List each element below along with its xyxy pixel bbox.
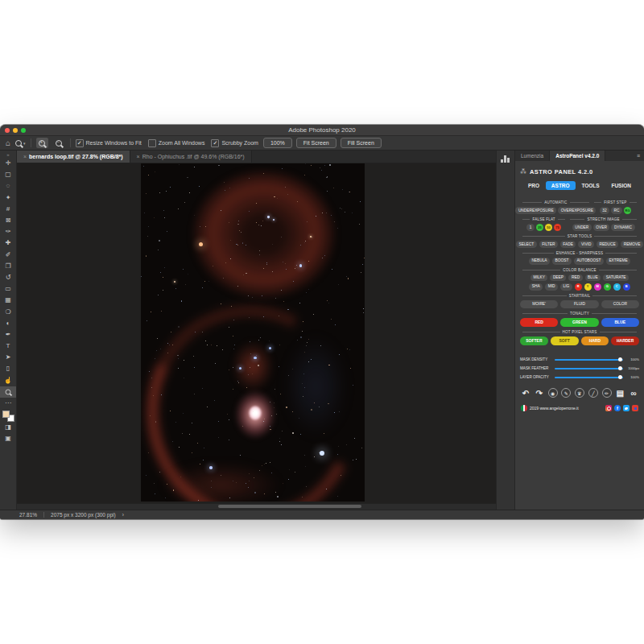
saturate-button[interactable]: SATURATE <box>603 275 629 282</box>
lig-button[interactable]: LIG <box>560 283 572 291</box>
slider-knob[interactable] <box>618 375 622 379</box>
levels-icon[interactable]: ♛ <box>575 388 584 398</box>
mask-feather-slider[interactable] <box>555 365 623 371</box>
frame-tool[interactable]: ⊠ <box>0 215 16 226</box>
zoom-tool[interactable] <box>0 386 16 398</box>
slider-knob[interactable] <box>618 357 622 361</box>
nav-tab-tools[interactable]: TOOLS <box>576 181 605 190</box>
y-button[interactable]: Y <box>584 283 592 291</box>
deep-button[interactable]: DEEP <box>550 275 566 282</box>
under-button[interactable]: UNDER <box>572 224 592 231</box>
history-brush-tool[interactable]: ↺ <box>0 272 16 283</box>
foreground-color-swatch[interactable] <box>2 411 10 418</box>
fluid-button[interactable]: FLUID <box>560 300 598 308</box>
1-button[interactable]: 1 <box>526 224 535 231</box>
nav-tab-fusion[interactable]: FUSION <box>605 181 637 190</box>
undo-icon[interactable]: ↶ <box>521 388 530 398</box>
edit-toolbar-icon[interactable]: ⋯ <box>0 398 16 409</box>
rg-button[interactable]: RG <box>624 207 631 214</box>
b-button[interactable]: B <box>623 283 630 291</box>
facebook-icon[interactable]: f <box>614 405 621 411</box>
m-button[interactable]: M <box>594 283 601 291</box>
record-mask-icon[interactable]: ◉ <box>548 388 558 398</box>
dynamic-button[interactable]: DYNAMIC <box>611 224 634 231</box>
extreme-button[interactable]: EXTREME <box>606 258 630 265</box>
zoom-in-button[interactable] <box>36 138 48 148</box>
fullscreen-window-button[interactable] <box>21 128 26 133</box>
binoculars-icon[interactable]: ∞ <box>629 388 638 398</box>
nav-tab-pro[interactable]: PRO <box>522 181 545 190</box>
instagram-icon[interactable] <box>605 405 612 411</box>
document-tab-2[interactable]: ×Rho - Ophiuchus .tif @ 49.6% (RGB/16*) <box>130 151 252 163</box>
zoom-out-button[interactable] <box>53 138 65 148</box>
layer-opacity-slider[interactable] <box>555 374 623 380</box>
checkbox-scrubby-zoom[interactable]: ✓Scrubby Zoom <box>211 139 258 147</box>
mask-pen-icon[interactable]: ✎ <box>561 388 571 398</box>
clone-stamp-tool[interactable]: ❐ <box>0 261 16 272</box>
close-window-button[interactable] <box>5 128 10 133</box>
soft-button[interactable]: SOFT <box>551 336 579 345</box>
milky-button[interactable]: MILKY <box>530 275 547 282</box>
dodge-tool[interactable]: ◐ <box>0 318 16 329</box>
r-button[interactable]: R <box>575 283 582 291</box>
marquee-tool[interactable]: ▢ <box>0 169 16 180</box>
harder-button[interactable]: HARDER <box>611 336 639 345</box>
c-button[interactable]: C <box>613 283 621 291</box>
fill-screen-button[interactable]: Fill Screen <box>341 138 382 149</box>
quick-selection-tool[interactable]: ✦ <box>0 192 16 204</box>
document-image[interactable] <box>141 163 365 502</box>
softer-button[interactable]: SOFTER <box>520 336 548 345</box>
moire-button[interactable]: MOIRE' <box>520 300 558 308</box>
save-icon[interactable]: ▤ <box>615 388 625 398</box>
crop-tool[interactable]: # <box>0 204 16 215</box>
color-button[interactable]: COLOR <box>601 300 639 308</box>
blue-button[interactable]: BLUE <box>601 318 639 327</box>
50-button[interactable]: 50 <box>545 224 552 231</box>
pen-tool[interactable]: ✒ <box>0 329 16 341</box>
eyedropper-tool[interactable]: ✑ <box>0 226 16 237</box>
eraser-tool[interactable]: ▭ <box>0 283 16 295</box>
mask-density-slider[interactable] <box>555 357 623 362</box>
pencil-icon[interactable]: ✏ <box>602 388 612 398</box>
select-button[interactable]: SELECT <box>516 241 537 248</box>
healing-brush-tool[interactable]: ✚ <box>0 237 16 249</box>
home-icon[interactable]: ⌂ <box>6 139 10 147</box>
mid-button[interactable]: MID <box>545 283 558 291</box>
toolbar-collapse-icon[interactable]: » <box>6 151 9 158</box>
tab-lumenzia[interactable]: Lumenzia <box>515 151 550 161</box>
panel-menu-icon[interactable]: ≡ <box>633 151 644 161</box>
25-button[interactable]: 25 <box>536 224 543 231</box>
overexposure-button[interactable]: OVEREXPOSURE <box>558 207 596 214</box>
minimize-window-button[interactable] <box>13 128 18 133</box>
photo-community-icon[interactable] <box>632 405 638 411</box>
green-button[interactable]: GREEN <box>560 318 598 327</box>
status-chevron-icon[interactable]: › <box>122 512 124 518</box>
screen-mode-button[interactable]: ▣ <box>0 433 16 444</box>
hand-tool[interactable]: ☝ <box>0 375 16 386</box>
twitter-icon[interactable] <box>623 405 630 411</box>
remove-button[interactable]: REMOVE <box>621 241 643 248</box>
close-tab-icon[interactable]: × <box>23 154 27 159</box>
filter-button[interactable]: FILTER <box>539 241 558 248</box>
zoom-tool-indicator[interactable]: ▾ <box>15 140 26 147</box>
move-tool[interactable]: ✛ <box>0 158 16 169</box>
32-button[interactable]: 32 <box>600 207 609 214</box>
hard-button[interactable]: HARD <box>581 336 609 345</box>
nebula-button[interactable]: NEBULA <box>529 258 550 265</box>
horizontal-scrollbar-thumb[interactable] <box>218 505 362 508</box>
over-button[interactable]: OVER <box>593 224 610 231</box>
sha-button[interactable]: SHA <box>529 283 543 291</box>
75-button[interactable]: 75 <box>554 224 561 231</box>
color-swatches[interactable] <box>2 411 14 422</box>
100-button[interactable]: 100% <box>263 138 292 149</box>
g-button[interactable]: G <box>604 283 611 291</box>
zoom-level-field[interactable]: 27.81% <box>19 512 37 518</box>
document-tab-1[interactable]: ×bernards loop.tif @ 27.8% (RGB/8*) <box>17 151 130 163</box>
autoboost-button[interactable]: AUTOBOOST <box>574 258 604 265</box>
reduce-button[interactable]: REDUCE <box>597 241 618 248</box>
path-selection-tool[interactable]: ➤ <box>0 352 16 363</box>
shape-tool[interactable]: ▯ <box>0 363 16 374</box>
vivid-button[interactable]: VIVID <box>578 241 594 248</box>
rc-button[interactable]: RC <box>611 207 622 214</box>
slider-knob[interactable] <box>618 366 622 370</box>
